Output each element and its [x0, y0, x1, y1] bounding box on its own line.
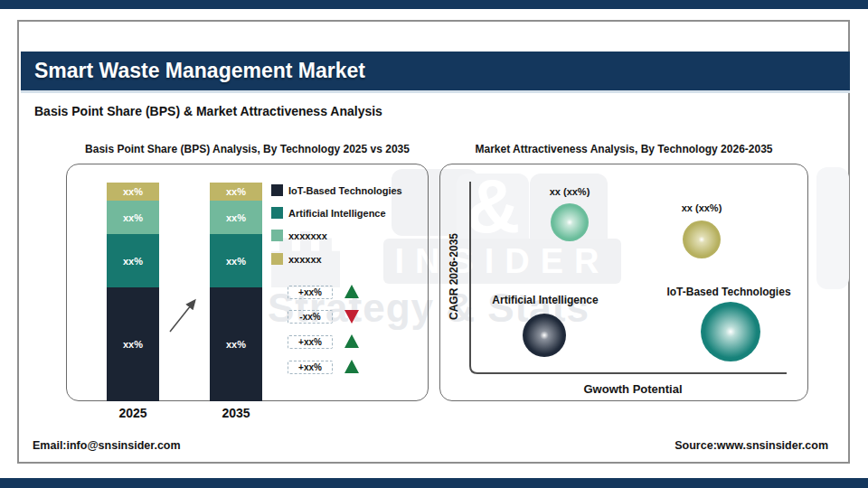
footer-email: Email:info@snsinsider.com: [33, 439, 181, 452]
title-bar: Smart Waste Management Market: [21, 52, 850, 90]
bar-2035-segment-iot: xx%: [210, 287, 262, 401]
down-triangle-icon: [344, 310, 359, 324]
bar-2035-segment-khaki: xx%: [210, 183, 262, 201]
bubble-label-iot: IoT-Based Technologies: [645, 286, 813, 298]
up-triangle-icon: [344, 334, 359, 348]
bps-change-box-1: +xx%: [288, 286, 333, 299]
bps-change-box-2: -xx%: [288, 310, 333, 324]
legend-label: Artificial Intelligence: [288, 208, 386, 219]
bar-2035-segment-ai: xx%: [210, 234, 262, 287]
page-title: Smart Waste Management Market: [21, 52, 850, 90]
bubble-khaki: [683, 221, 721, 258]
bubble-iot: [701, 302, 760, 361]
legend-label: IoT-Based Technologies: [288, 185, 402, 196]
legend-item-iot: IoT-Based Technologies: [271, 184, 402, 196]
up-triangle-icon: [344, 360, 359, 373]
legend-swatch-khaki: [271, 253, 283, 265]
bubble-label-khaki: xx (xx%): [665, 202, 738, 213]
attractiveness-chart-title: Market Attractiveness Analysis, By Techn…: [439, 143, 808, 155]
bps-change-box-3: +xx%: [288, 335, 333, 349]
bar-2025-segment-khaki: xx%: [107, 183, 159, 201]
legend-swatch-ai: [271, 207, 283, 219]
growth-arrow-icon: [163, 293, 206, 336]
x-axis-label: Gwowth Potential: [470, 382, 796, 396]
bar-2025-segment-seafoam: xx%: [107, 201, 159, 234]
legend-swatch-seafoam: [271, 230, 283, 241]
bubble-green: [551, 203, 589, 241]
x-tick-2035: 2035: [209, 406, 263, 420]
bottom-border-strip: [0, 478, 868, 488]
footer-source: Source:www.snsinsider.com: [557, 439, 828, 452]
bubble-ai: [523, 314, 566, 357]
bubble-label-ai: Artificial Intelligence: [470, 294, 620, 306]
top-border-strip: [0, 0, 868, 9]
bar-2035-segment-seafoam: xx%: [210, 201, 262, 234]
legend-item-khaki: xxxxxx: [271, 253, 322, 265]
up-triangle-icon: [344, 285, 359, 298]
bps-change-box-4: +xx%: [288, 361, 333, 374]
bar-2025-segment-iot: xx%: [107, 287, 159, 401]
y-axis-label: CAGR 2026-2035: [448, 222, 462, 331]
watermark-logo-tile: [816, 167, 849, 289]
bubble-label-green: xx (xx%): [533, 186, 606, 197]
x-tick-2025: 2025: [106, 406, 160, 420]
legend-swatch-iot: [271, 184, 283, 196]
legend-item-seafoam: xxxxxxx: [271, 230, 327, 241]
legend-label: xxxxxx: [288, 254, 322, 265]
page-subtitle: Basis Point Share (BPS) & Market Attract…: [34, 104, 382, 118]
legend-label: xxxxxxx: [288, 230, 327, 241]
bar-2025-segment-ai: xx%: [107, 234, 159, 287]
bps-chart-title: Basis Point Share (BPS) Analysis, By Tec…: [66, 143, 429, 155]
axes-lines: [439, 164, 808, 401]
legend-item-ai: Artificial Intelligence: [271, 207, 386, 219]
